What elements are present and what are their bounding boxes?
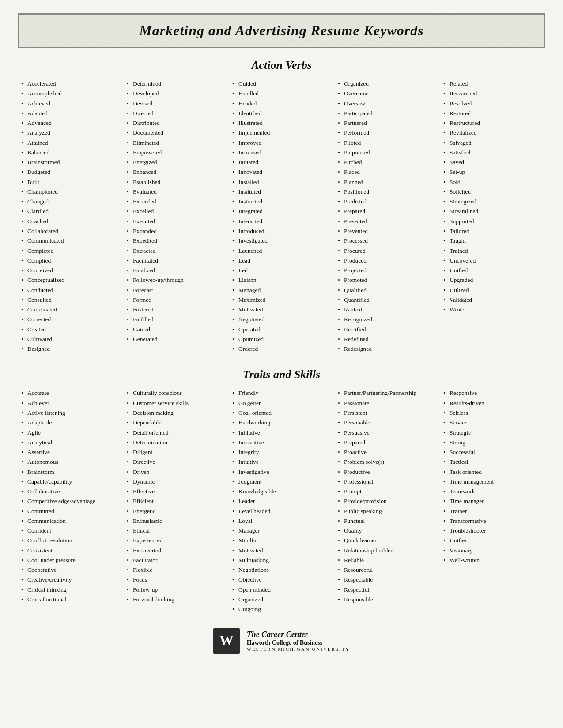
list-item: Initiated bbox=[232, 158, 331, 167]
list-item: Objective bbox=[232, 575, 331, 585]
list-item: Prepared bbox=[338, 206, 436, 216]
list-item: Performed bbox=[338, 128, 436, 138]
list-item: Piloted bbox=[338, 138, 436, 148]
list-item: Ranked bbox=[338, 305, 436, 315]
list-item: Detail oriented bbox=[127, 428, 225, 438]
list-item: Championed bbox=[21, 187, 120, 197]
list-item: Unifier bbox=[443, 536, 542, 545]
list-item: Quality bbox=[338, 526, 436, 536]
list-item: Pitched bbox=[338, 158, 436, 167]
list-item: Organized bbox=[232, 595, 331, 604]
list-item: Determination bbox=[127, 438, 225, 447]
list-item: Handled bbox=[232, 89, 331, 98]
list-item: Agile bbox=[21, 428, 120, 438]
list-item: Dynamic bbox=[127, 477, 225, 487]
list-item: Partner/Partnering/Partnership bbox=[338, 388, 436, 398]
list-item: Mindful bbox=[232, 536, 331, 545]
list-item: Achiever bbox=[21, 398, 120, 408]
list-item: Punctual bbox=[338, 516, 436, 526]
list-item: Empowered bbox=[127, 148, 225, 158]
list-item: Accomplished bbox=[21, 89, 120, 98]
list-item: Eliminated bbox=[127, 138, 225, 148]
list-item: Interacted bbox=[232, 217, 331, 226]
list-item: Conceived bbox=[21, 266, 120, 275]
list-item: Solicited bbox=[443, 187, 542, 197]
list-item: Ethical bbox=[127, 526, 225, 536]
action-verbs-col-4: OrganizedOvercameOversawParticipatedPart… bbox=[334, 79, 440, 354]
list-item: Persistent bbox=[338, 408, 436, 418]
traits-skills-columns: AccurateAchieverActive listeningAdaptabl… bbox=[18, 388, 545, 614]
list-item: Directive bbox=[127, 457, 225, 467]
list-item: Enthusiastic bbox=[127, 516, 225, 526]
list-item: Resolved bbox=[443, 99, 542, 109]
list-item: Executed bbox=[127, 217, 225, 226]
list-item: Accelerated bbox=[21, 79, 120, 89]
list-item: Exceeded bbox=[127, 197, 225, 206]
wmu-logo: W bbox=[213, 628, 240, 654]
svg-text:W: W bbox=[219, 632, 234, 648]
list-item: Satisfied bbox=[443, 148, 542, 158]
list-item: Task oriented bbox=[443, 467, 542, 477]
list-item: Collaborated bbox=[21, 226, 120, 236]
list-item: Knowledgeable bbox=[232, 487, 331, 496]
traits-col-4: Partner/Partnering/PartnershipPassionate… bbox=[334, 388, 440, 614]
list-item: Restructured bbox=[443, 118, 542, 128]
list-item: Sold bbox=[443, 177, 542, 187]
traits-col-3: FriendlyGo getterGoal-orientedHardworkin… bbox=[229, 388, 334, 614]
list-item: Redesigned bbox=[338, 344, 436, 354]
list-item: Supported bbox=[443, 217, 542, 226]
list-item: Designed bbox=[21, 344, 120, 354]
list-item: Partnered bbox=[338, 118, 436, 128]
list-item: Tailored bbox=[443, 226, 542, 236]
list-item: Problem solve(r) bbox=[338, 457, 436, 467]
list-item: Efficient bbox=[127, 496, 225, 506]
list-item: Tactical bbox=[443, 457, 542, 467]
list-item: Trainer bbox=[443, 507, 542, 516]
list-item: Extracted bbox=[127, 246, 225, 256]
action-verbs-col-2: DeterminedDevelopedDevisedDirectedDistri… bbox=[123, 79, 229, 354]
list-item: Revitalized bbox=[443, 128, 542, 138]
list-item: Expedited bbox=[127, 236, 225, 246]
list-item: Focus bbox=[127, 575, 225, 585]
list-item: Creative/creativity bbox=[21, 575, 120, 585]
list-item: Liaison bbox=[232, 275, 331, 285]
list-item: Respectable bbox=[338, 575, 436, 585]
list-item: Set-up bbox=[443, 167, 542, 177]
list-item: Adaptable bbox=[21, 418, 120, 428]
traits-col-1: AccurateAchieverActive listeningAdaptabl… bbox=[18, 388, 123, 614]
action-verbs-section: Action Verbs AcceleratedAccomplishedAchi… bbox=[18, 59, 545, 354]
list-item: Energetic bbox=[127, 507, 225, 516]
list-item: Provide/provision bbox=[338, 496, 436, 506]
list-item: Customer service skills bbox=[127, 398, 225, 408]
list-item: Installed bbox=[232, 177, 331, 187]
career-center-label: The Career Center bbox=[247, 630, 350, 639]
list-item: Balanced bbox=[21, 148, 120, 158]
list-item: Cross functional bbox=[21, 595, 120, 604]
page-header: Marketing and Advertising Resume Keyword… bbox=[18, 13, 545, 48]
list-item: Well-written bbox=[443, 555, 542, 565]
list-item: Related bbox=[443, 79, 542, 89]
list-item: Forecast bbox=[127, 285, 225, 295]
list-item: Facilitated bbox=[127, 256, 225, 266]
list-item: Headed bbox=[232, 99, 331, 109]
list-item: Service bbox=[443, 418, 542, 428]
list-item: Fostered bbox=[127, 305, 225, 315]
list-item: Reliable bbox=[338, 555, 436, 565]
list-item: Go getter bbox=[232, 398, 331, 408]
list-item: Teamwork bbox=[443, 487, 542, 496]
list-item: Resourceful bbox=[338, 565, 436, 575]
list-item: Responsible bbox=[338, 595, 436, 604]
list-item: Respectful bbox=[338, 585, 436, 595]
list-item: Initiative bbox=[232, 428, 331, 438]
list-item: Collaborative bbox=[21, 487, 120, 496]
list-item: Negotiations bbox=[232, 565, 331, 575]
list-item: Professional bbox=[338, 477, 436, 487]
list-item: Innovated bbox=[232, 167, 331, 177]
list-item: Visionary bbox=[443, 546, 542, 555]
list-item: Trained bbox=[443, 246, 542, 256]
list-item: Adapted bbox=[21, 109, 120, 118]
list-item: Hardworking bbox=[232, 418, 331, 428]
list-item: Determined bbox=[127, 79, 225, 89]
list-item: Upgraded bbox=[443, 275, 542, 285]
list-item: Negotiated bbox=[232, 315, 331, 324]
